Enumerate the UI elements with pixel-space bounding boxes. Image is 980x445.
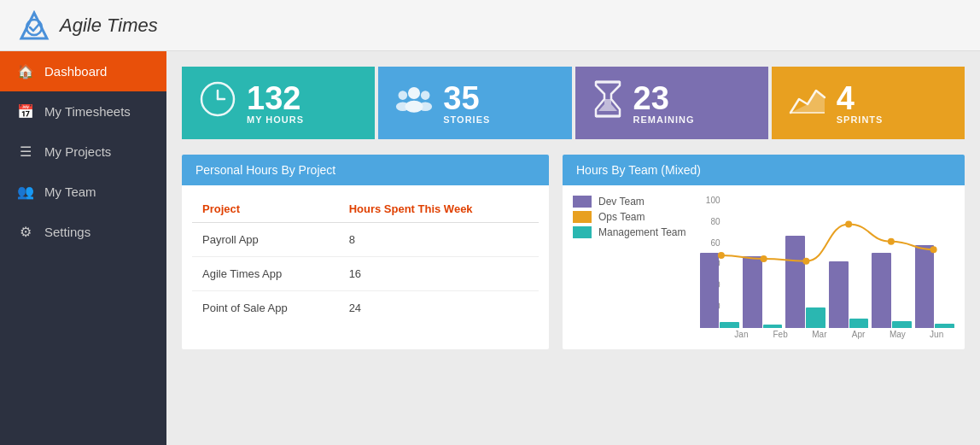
sidebar-item-dashboard[interactable]: 🏠 Dashboard	[0, 51, 166, 91]
sidebar-label-dashboard: Dashboard	[44, 64, 107, 79]
gear-icon: ⚙	[17, 224, 34, 240]
app-header: Agile Times	[0, 0, 980, 51]
panel-hours-by-team: Hours By Team (Mixed) Dev TeamOps TeamMa…	[563, 155, 965, 349]
bar-management	[763, 325, 783, 328]
legend-label: Management Team	[598, 226, 686, 238]
bar-dev	[700, 253, 720, 328]
app-title: Agile Times	[60, 15, 158, 37]
stat-info-remaining: 23 REMAINING	[633, 82, 695, 125]
panel-hours-by-project: Personal Hours By Project Project Hours …	[182, 155, 549, 349]
team-icon: 👥	[17, 184, 34, 200]
bar-management	[892, 321, 912, 328]
cell-hours: 24	[339, 291, 539, 325]
cell-hours: 16	[339, 257, 539, 291]
legend-item: Ops Team	[573, 211, 686, 223]
svg-point-10	[419, 102, 433, 112]
legend-color	[573, 196, 592, 208]
table-header-row: Project Hours Spent This Week	[192, 196, 539, 223]
people-icon	[395, 84, 433, 122]
stat-info-stories: 35 STORIES	[443, 82, 490, 125]
cell-project: Point of Sale App	[192, 291, 339, 325]
stat-number-stories: 35	[443, 82, 490, 114]
logo: Agile Times	[17, 9, 158, 43]
bar-group	[829, 196, 868, 328]
bar-management	[935, 324, 954, 328]
panel-left-header: Personal Hours By Project	[182, 155, 549, 185]
col-hours: Hours Spent This Week	[339, 196, 539, 223]
stat-info-hours: 132 MY HOURS	[247, 82, 304, 125]
hourglass-icon	[592, 80, 623, 126]
stat-number-sprints: 4	[837, 82, 884, 114]
stat-label-hours: MY HOURS	[247, 114, 304, 125]
calendar-icon: 📅	[17, 103, 34, 120]
stat-number-hours: 132	[247, 82, 304, 114]
sidebar-label-timesheets: My Timesheets	[44, 104, 131, 119]
stat-tile-sprints: 4 SPRINTS	[772, 67, 965, 139]
bar-group	[785, 196, 825, 328]
x-label: May	[880, 330, 916, 339]
legend-item: Dev Team	[573, 196, 686, 208]
svg-point-7	[399, 91, 408, 100]
x-label: Jan	[724, 330, 760, 339]
svg-point-8	[396, 102, 410, 112]
stat-label-remaining: REMAINING	[633, 114, 695, 125]
panel-left-body: Project Hours Spent This Week Payroll Ap…	[182, 185, 549, 335]
main-layout: 🏠 Dashboard 📅 My Timesheets ☰ My Project…	[0, 51, 980, 445]
stat-tile-stories: 35 STORIES	[378, 67, 571, 139]
chart-icon	[789, 84, 826, 122]
stat-label-sprints: SPRINTS	[837, 114, 884, 125]
clock-icon	[199, 80, 236, 126]
cell-project: Payroll App	[192, 223, 339, 257]
sidebar: 🏠 Dashboard 📅 My Timesheets ☰ My Project…	[0, 51, 166, 445]
col-project: Project	[192, 196, 339, 223]
legend-label: Ops Team	[598, 211, 645, 223]
hours-table: Project Hours Spent This Week Payroll Ap…	[192, 196, 539, 325]
bar-management	[806, 307, 825, 328]
sidebar-label-settings: Settings	[44, 225, 90, 239]
svg-marker-11	[790, 91, 825, 113]
x-label: Feb	[762, 330, 798, 339]
stat-info-sprints: 4 SPRINTS	[837, 82, 884, 125]
stat-tile-hours: 132 MY HOURS	[182, 67, 375, 139]
chart-legend: Dev TeamOps TeamManagement Team	[573, 196, 686, 332]
bar-group	[915, 196, 954, 328]
sidebar-item-settings[interactable]: ⚙ Settings	[0, 212, 166, 252]
cell-project: Agile Times App	[192, 257, 339, 291]
svg-point-5	[408, 87, 420, 99]
table-row: Point of Sale App24	[192, 291, 539, 325]
svg-point-9	[421, 91, 430, 100]
bottom-row: Personal Hours By Project Project Hours …	[182, 155, 965, 349]
bar-dev	[915, 245, 935, 328]
stats-row: 132 MY HOURS 35 STO	[182, 67, 965, 139]
list-icon: ☰	[17, 143, 34, 160]
bar-group	[872, 196, 911, 328]
bar-management	[849, 319, 869, 328]
table-row: Payroll App8	[192, 223, 539, 257]
sidebar-item-timesheets[interactable]: 📅 My Timesheets	[0, 91, 166, 132]
home-icon: 🏠	[17, 63, 34, 79]
bar-chart	[700, 196, 954, 328]
bar-dev	[743, 256, 762, 328]
legend-color	[573, 226, 592, 238]
sidebar-label-team: My Team	[44, 184, 96, 199]
table-row: Agile Times App16	[192, 257, 539, 291]
bar-dev	[785, 236, 805, 328]
sidebar-item-projects[interactable]: ☰ My Projects	[0, 132, 166, 172]
bar-management	[720, 322, 739, 328]
legend-label: Dev Team	[598, 196, 645, 208]
cell-hours: 8	[339, 223, 539, 257]
sidebar-item-team[interactable]: 👥 My Team	[0, 172, 166, 212]
bar-group	[743, 196, 782, 328]
stat-label-stories: STORIES	[443, 114, 490, 125]
panel-right-header: Hours By Team (Mixed)	[563, 155, 965, 185]
x-label: Mar	[802, 330, 837, 339]
legend-item: Management Team	[573, 226, 686, 238]
stat-number-remaining: 23	[633, 82, 695, 114]
main-content: 132 MY HOURS 35 STO	[166, 51, 980, 445]
x-labels: JanFebMarAprMayJun	[700, 330, 954, 339]
panel-right-body: Dev TeamOps TeamManagement Team 100 80 6…	[563, 185, 965, 349]
logo-icon	[17, 9, 51, 43]
sidebar-label-projects: My Projects	[44, 144, 111, 159]
x-label: Apr	[841, 330, 877, 339]
bar-dev	[829, 261, 849, 328]
